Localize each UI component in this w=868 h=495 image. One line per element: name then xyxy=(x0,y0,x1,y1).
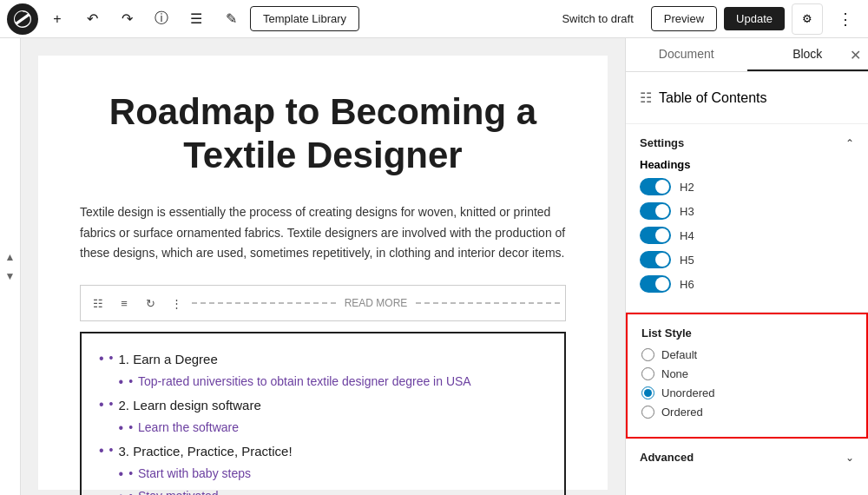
list-style-section: List Style Default None Unordered Ordere… xyxy=(626,313,868,439)
read-more-block: ☷ ≡ ↻ ⋮ READ MORE xyxy=(80,285,566,321)
settings-button[interactable]: ⚙ xyxy=(792,3,823,35)
heading-h5-label: H5 xyxy=(680,254,694,267)
tab-document[interactable]: Document xyxy=(626,38,747,71)
block-align-button[interactable]: ≡ xyxy=(112,291,136,315)
bullet-icon: • xyxy=(128,463,133,485)
post-title: Roadmap to Becoming a Textile Designer xyxy=(80,90,566,178)
headings-title: Headings xyxy=(640,158,854,171)
heading-h2-row: H2 xyxy=(640,178,854,195)
learn-the-software-link[interactable]: Learn the software xyxy=(138,417,239,439)
toc-item: ☷ Table of Contents xyxy=(640,84,854,111)
radio-unordered-label: Unordered xyxy=(661,386,714,399)
template-library-button[interactable]: Template Library xyxy=(250,6,359,31)
heading-h4-row: H4 xyxy=(640,227,854,244)
heading-h5-toggle[interactable] xyxy=(640,251,671,268)
list-item: • 3. Practice, Practice, Practice! • Sta… xyxy=(99,439,550,495)
heading-h5-row: H5 xyxy=(640,251,854,268)
block-refresh-button[interactable]: ↻ xyxy=(138,291,162,315)
radio-none-label: None xyxy=(661,367,688,380)
list-style-title: List Style xyxy=(641,327,852,340)
editor-area: Roadmap to Becoming a Textile Designer T… xyxy=(21,38,625,495)
read-more-left-dash xyxy=(192,302,336,304)
bullet-icon: • xyxy=(109,347,114,369)
heading-h4-label: H4 xyxy=(680,229,694,242)
sidebar-tabs: Document Block ✕ xyxy=(626,38,868,72)
list-view-button[interactable]: ☰ xyxy=(181,3,212,35)
scroll-up-arrow[interactable]: ▲ xyxy=(2,248,19,266)
sidebar-close-button[interactable]: ✕ xyxy=(850,47,861,63)
main-list: • 1. Earn a Degree • Top-rated universit… xyxy=(99,347,550,495)
advanced-section: Advanced ⌄ xyxy=(626,439,868,476)
preview-button[interactable]: Preview xyxy=(651,6,717,31)
radio-none[interactable] xyxy=(641,367,654,380)
update-button[interactable]: Update xyxy=(724,7,785,30)
sidebar: Document Block ✕ ☷ Table of Contents Set… xyxy=(625,38,868,495)
settings-section: Settings ⌃ Headings H2 H3 H4 xyxy=(626,124,868,313)
info-button[interactable]: ⓘ xyxy=(146,3,177,35)
heading-h6-row: H6 xyxy=(640,275,854,293)
wp-logo-button[interactable] xyxy=(7,3,38,35)
heading-h6-toggle[interactable] xyxy=(640,275,671,293)
stay-motivated-link[interactable]: Stay motivated xyxy=(138,485,219,495)
toolbar: + ↶ ↷ ⓘ ☰ ✎ Template Library Switch to d… xyxy=(0,0,868,38)
heading-h2-toggle[interactable] xyxy=(640,178,671,195)
baby-steps-link[interactable]: Start with baby steps xyxy=(138,463,251,485)
vertical-dots-icon: ⋮ xyxy=(838,10,853,29)
settings-title: Settings xyxy=(640,136,684,149)
list-item: • Stay motivated xyxy=(119,485,293,495)
toc-label: Table of Contents xyxy=(659,90,767,106)
gear-icon: ⚙ xyxy=(802,12,812,25)
radio-default[interactable] xyxy=(641,348,654,361)
heading-h3-toggle[interactable] xyxy=(640,202,671,220)
radio-default-option[interactable]: Default xyxy=(641,348,852,361)
more-options-button[interactable]: ⋮ xyxy=(830,3,861,35)
main-layout: ▲ ▼ Roadmap to Becoming a Textile Design… xyxy=(0,38,868,495)
settings-header: Settings ⌃ xyxy=(640,136,854,149)
learn-software-link[interactable]: 2. Learn design software xyxy=(119,398,261,412)
heading-h4-toggle[interactable] xyxy=(640,227,671,244)
sub-list-1: • Top-rated universities to obtain texti… xyxy=(119,371,471,393)
headings-group: Headings H2 H3 H4 H5 xyxy=(640,158,854,293)
advanced-chevron-icon: ⌄ xyxy=(845,452,854,464)
add-block-button[interactable]: + xyxy=(42,3,73,35)
edit-button[interactable]: ✎ xyxy=(215,3,247,35)
universities-link[interactable]: Top-rated universities to obtain textile… xyxy=(138,371,471,393)
redo-button[interactable]: ↷ xyxy=(111,3,142,35)
radio-unordered[interactable] xyxy=(641,386,654,399)
settings-collapse-arrow[interactable]: ⌃ xyxy=(845,137,854,149)
scroll-controls: ▲ ▼ xyxy=(0,38,21,495)
switch-draft-button[interactable]: Switch to draft xyxy=(551,7,643,30)
bullet-icon: • xyxy=(109,439,114,461)
earn-degree-link[interactable]: 1. Earn a Degree xyxy=(119,352,218,366)
block-select-button[interactable]: ☷ xyxy=(86,291,110,315)
list-item: • 2. Learn design software • Learn the s… xyxy=(99,393,550,439)
radio-ordered[interactable] xyxy=(641,406,654,419)
list-block: • 1. Earn a Degree • Top-rated universit… xyxy=(80,332,566,495)
radio-default-label: Default xyxy=(661,348,697,361)
radio-unordered-option[interactable]: Unordered xyxy=(641,386,852,399)
list-item: • Start with baby steps xyxy=(119,463,293,485)
bullet-icon: • xyxy=(128,485,133,495)
block-more-button[interactable]: ⋮ xyxy=(164,291,188,315)
toolbar-right: Switch to draft Preview Update ⚙ ⋮ xyxy=(551,3,861,35)
radio-none-option[interactable]: None xyxy=(641,367,852,380)
sub-list-3: • Start with baby steps • Stay motivated xyxy=(119,463,293,495)
sub-list-2: • Learn the software xyxy=(119,417,261,439)
heading-h3-row: H3 xyxy=(640,202,854,220)
list-item: • Learn the software xyxy=(119,417,261,439)
radio-ordered-label: Ordered xyxy=(661,406,703,419)
bullet-icon: • xyxy=(128,371,133,393)
undo-button[interactable]: ↶ xyxy=(76,3,108,35)
list-item: • 1. Earn a Degree • Top-rated universit… xyxy=(99,347,550,393)
list-item-content: 3. Practice, Practice, Practice! • Start… xyxy=(119,439,293,495)
practice-link[interactable]: 3. Practice, Practice, Practice! xyxy=(119,444,293,459)
advanced-title: Advanced xyxy=(640,451,694,464)
block-toolbar: ☷ ≡ ↻ ⋮ xyxy=(86,291,188,315)
advanced-header[interactable]: Advanced ⌄ xyxy=(640,451,854,464)
scroll-down-arrow[interactable]: ▼ xyxy=(2,267,19,285)
read-more-line: READ MORE xyxy=(192,297,560,309)
toc-section: ☷ Table of Contents xyxy=(626,72,868,124)
heading-h2-label: H2 xyxy=(680,181,694,194)
bullet-icon: • xyxy=(128,417,133,439)
radio-ordered-option[interactable]: Ordered xyxy=(641,406,852,419)
